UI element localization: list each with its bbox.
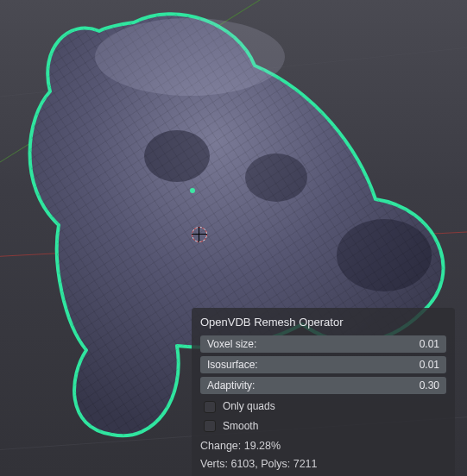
- change-stat: Change: 19.28%: [200, 439, 446, 454]
- object-origin-indicator: [190, 188, 195, 193]
- smooth-checkbox[interactable]: [204, 420, 216, 432]
- panel-title: OpenVDB Remesh Operator: [200, 315, 446, 330]
- smooth-row[interactable]: Smooth: [200, 417, 446, 435]
- 3d-cursor: [192, 227, 207, 242]
- adaptivity-slider[interactable]: Adaptivity: 0.30: [200, 377, 446, 394]
- ear-shadow: [337, 219, 432, 291]
- eye-socket-left: [144, 130, 210, 182]
- slider-label: Adaptivity:: [207, 379, 255, 393]
- isosurface-slider[interactable]: Isosurface: 0.01: [200, 356, 446, 373]
- voxel-size-slider[interactable]: Voxel size: 0.01: [200, 335, 446, 353]
- highlight: [95, 18, 285, 96]
- slider-value: 0.30: [420, 379, 439, 393]
- eye-socket-right: [245, 153, 307, 202]
- slider-value: 0.01: [420, 358, 439, 373]
- only-quads-row[interactable]: Only quads: [200, 398, 446, 416]
- operator-redo-panel[interactable]: OpenVDB Remesh Operator Voxel size: 0.01…: [192, 308, 455, 476]
- checkbox-label: Only quads: [223, 399, 275, 414]
- checkbox-label: Smooth: [223, 419, 258, 434]
- slider-label: Voxel size:: [207, 337, 256, 352]
- mesh-stats: Verts: 6103, Polys: 7211: [200, 457, 446, 473]
- slider-label: Isosurface:: [207, 358, 258, 373]
- only-quads-checkbox[interactable]: [204, 401, 216, 413]
- slider-value: 0.01: [420, 337, 439, 352]
